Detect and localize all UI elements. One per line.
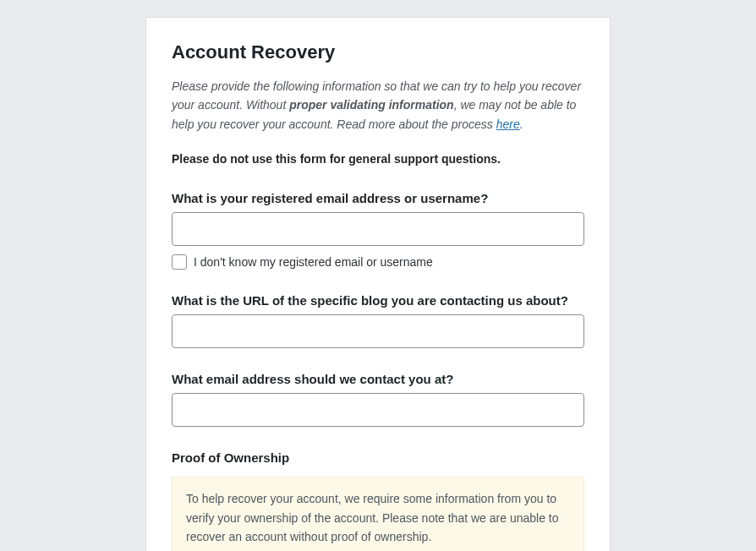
intro-text: Please provide the following information… [172,77,584,134]
warning-text: Please do not use this form for general … [172,152,584,166]
blog-url-group: What is the URL of the specific blog you… [172,293,584,348]
email-username-input[interactable] [172,212,584,246]
intro-part3: . [520,117,523,131]
proof-title: Proof of Ownership [172,450,584,465]
email-username-label: What is your registered email address or… [172,191,584,205]
blog-url-label: What is the URL of the specific blog you… [172,293,584,308]
intro-bold: proper validating information [289,98,453,112]
unknown-email-row: I don't know my registered email or user… [172,254,584,270]
unknown-email-checkbox[interactable] [172,254,187,270]
account-recovery-form: Account Recovery Please provide the foll… [145,17,611,551]
blog-url-input[interactable] [172,314,584,348]
page-title: Account Recovery [172,41,584,63]
contact-email-input[interactable] [172,393,584,427]
contact-email-group: What email address should we contact you… [172,372,584,427]
contact-email-label: What email address should we contact you… [172,372,584,386]
proof-notice: To help recover your account, we require… [172,477,584,551]
unknown-email-label: I don't know my registered email or user… [194,255,433,269]
email-username-group: What is your registered email address or… [172,191,584,270]
process-link[interactable]: here [496,117,520,131]
